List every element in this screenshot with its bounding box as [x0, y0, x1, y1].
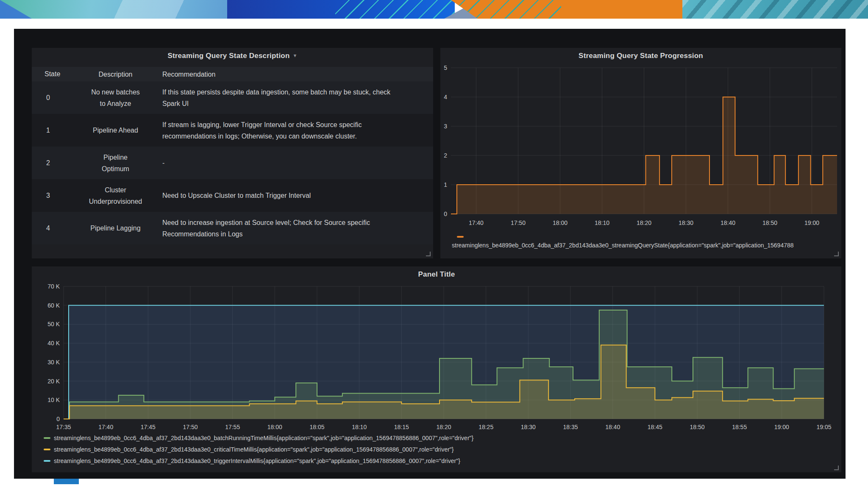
cell-recommendation: If stream is lagging, lower Trigger Inte…: [155, 119, 402, 142]
panel-title-state-description[interactable]: Streaming Query State Description▼: [32, 52, 433, 60]
y-tick-label: 20 K: [47, 378, 60, 385]
panel-title-bottom[interactable]: Panel Title: [32, 270, 841, 279]
cell-recommendation: If this state persists despite data inge…: [155, 86, 402, 109]
panel-state-progression: Streaming Query State Progression 17:401…: [440, 48, 841, 258]
x-tick-label: 17:40: [98, 424, 113, 430]
y-tick-label: 0: [444, 211, 447, 217]
banner-segment-blue: [227, 0, 455, 19]
legend-item-criticalTimeMillis[interactable]: streaminglens_be4899eb_0cc6_4dba_af37_2b…: [44, 445, 838, 456]
legend-item-triggerIntervalMillis[interactable]: streaminglens_be4899eb_0cc6_4dba_af37_2b…: [44, 456, 838, 468]
x-tick-label: 18:35: [563, 424, 578, 430]
legend-swatch-criticalTimeMillis: [44, 449, 50, 450]
y-tick-label: 2: [444, 152, 447, 159]
cell-state: 0: [32, 94, 76, 102]
cell-state: 2: [32, 159, 76, 167]
screenshot: Streaming Query State Description▼ State…: [0, 0, 868, 488]
y-tick-label: 1: [444, 181, 447, 188]
cell-recommendation: Need to Upscale Cluster to match Trigger…: [155, 190, 402, 201]
x-tick-label: 18:50: [762, 219, 777, 226]
x-tick-label: 18:55: [732, 424, 747, 430]
x-tick-label: 17:45: [141, 424, 156, 430]
x-tick-label: 18:40: [721, 219, 735, 226]
legend-label: streaminglens_be4899eb_0cc6_4dba_af37_2b…: [452, 242, 841, 249]
x-tick-label: 18:30: [521, 424, 536, 430]
state-progression-legend[interactable]: streaminglens_be4899eb_0cc6_4dba_af37_2b…: [452, 235, 841, 249]
x-tick-label: 18:20: [436, 424, 451, 430]
x-tick-label: 17:55: [225, 424, 240, 430]
panel-resize-handle[interactable]: [834, 252, 839, 256]
x-tick-label: 18:30: [679, 219, 693, 226]
y-tick-label: 30 K: [47, 359, 60, 366]
cell-recommendation: Need to increase ingestion at Source lev…: [155, 217, 402, 240]
y-tick-label: 10 K: [47, 396, 60, 403]
cell-state: 3: [32, 192, 76, 200]
panel-state-description: Streaming Query State Description▼ State…: [32, 48, 433, 258]
cell-description: Cluster Underprovisioned: [76, 184, 155, 207]
x-tick-label: 19:00: [804, 219, 819, 226]
top-banner: [0, 0, 868, 19]
table-row: 0No new batches to AnalyzeIf this state …: [32, 81, 433, 114]
cell-description: No new batches to Analyze: [76, 86, 155, 109]
bottom-left-blue-tab: [54, 479, 79, 484]
table-row: 2Pipeline Optimum-: [32, 147, 433, 179]
cell-description: Pipeline Lagging: [76, 222, 155, 234]
metrics-chart[interactable]: 17:3517:4017:4517:5017:5518:0018:0518:10…: [32, 281, 841, 434]
y-tick-label: 50 K: [47, 321, 60, 327]
panel-resize-handle[interactable]: [426, 252, 431, 256]
x-tick-label: 17:50: [183, 424, 198, 430]
y-tick-label: 5: [444, 64, 447, 71]
table-row: 1Pipeline AheadIf stream is lagging, low…: [32, 114, 433, 147]
state-progression-chart[interactable]: 17:4017:5018:0018:1018:2018:3018:4018:50…: [440, 61, 841, 232]
state-description-table: State Description Recommendation 0No new…: [32, 67, 433, 244]
legend-swatch-batchRunningTimeMillis: [44, 437, 50, 439]
panel-title-state-progression[interactable]: Streaming Query State Progression: [440, 52, 841, 60]
column-header-state: State: [32, 70, 76, 78]
x-tick-label: 18:10: [595, 219, 609, 226]
column-header-recommendation: Recommendation: [155, 69, 402, 80]
x-tick-label: 18:05: [309, 424, 324, 430]
x-tick-label: 17:35: [56, 424, 71, 430]
table-row: 4Pipeline LaggingNeed to increase ingest…: [32, 212, 433, 244]
banner-segment-teal: [0, 0, 227, 19]
table-body: 0No new batches to AnalyzeIf this state …: [32, 81, 433, 244]
cell-recommendation: -: [155, 157, 402, 169]
grafana-dashboard: Streaming Query State Description▼ State…: [14, 29, 846, 479]
column-header-description: Description: [76, 69, 155, 80]
banner-segment-cyan: [682, 0, 868, 19]
x-tick-label: 18:15: [394, 424, 409, 430]
legend-swatch-triggerIntervalMillis: [44, 460, 50, 462]
table-header-row: State Description Recommendation: [32, 67, 433, 81]
y-tick-label: 60 K: [47, 302, 60, 309]
x-tick-label: 18:00: [267, 424, 282, 430]
x-tick-label: 18:10: [352, 424, 367, 430]
legend-label: streaminglens_be4899eb_0cc6_4dba_af37_2b…: [54, 458, 460, 464]
x-tick-label: 17:40: [469, 219, 484, 226]
metrics-legend: streaminglens_be4899eb_0cc6_4dba_af37_2b…: [44, 433, 838, 468]
legend-label: streaminglens_be4899eb_0cc6_4dba_af37_2b…: [54, 435, 473, 441]
x-tick-label: 18:25: [479, 424, 493, 430]
cell-state: 1: [32, 127, 76, 134]
x-tick-label: 18:40: [605, 424, 620, 430]
legend-item-streamingQueryState[interactable]: streaminglens_be4899eb_0cc6_4dba_af37_2b…: [452, 235, 841, 249]
x-tick-label: 18:50: [690, 424, 704, 430]
cell-description: Pipeline Optimum: [76, 152, 155, 175]
banner-segment-orange: [451, 0, 682, 19]
x-tick-label: 19:00: [774, 424, 789, 430]
y-tick-label: 0: [56, 416, 60, 422]
legend-label: streaminglens_be4899eb_0cc6_4dba_af37_2b…: [54, 446, 453, 453]
panel-title-text: Streaming Query State Description: [167, 52, 289, 60]
x-tick-label: 17:50: [511, 219, 526, 226]
y-tick-label: 70 K: [47, 283, 60, 290]
panel-title-metrics: Panel Title 17:3517:4017:4517:5017:5518:…: [32, 266, 841, 472]
cell-state: 4: [32, 225, 76, 232]
legend-swatch-streamingQueryState: [457, 236, 464, 238]
x-tick-label: 18:00: [553, 219, 568, 226]
y-tick-label: 3: [444, 123, 447, 130]
legend-item-batchRunningTimeMillis[interactable]: streaminglens_be4899eb_0cc6_4dba_af37_2b…: [44, 433, 838, 445]
chevron-down-icon: ▼: [293, 53, 298, 58]
x-tick-label: 18:20: [637, 219, 651, 226]
x-tick-label: 19:05: [816, 424, 831, 430]
panel-resize-handle[interactable]: [834, 466, 839, 470]
y-tick-label: 40 K: [47, 340, 60, 347]
cell-description: Pipeline Ahead: [76, 125, 155, 136]
